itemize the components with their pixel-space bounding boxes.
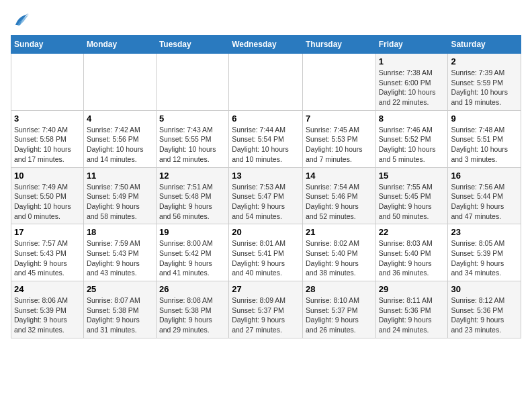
day-info: Sunrise: 7:55 AM Sunset: 5:45 PM Dayligh… <box>379 182 445 222</box>
calendar-cell: 29Sunrise: 8:11 AM Sunset: 5:36 PM Dayli… <box>375 281 448 338</box>
day-number: 22 <box>379 227 445 237</box>
calendar-cell: 28Sunrise: 8:10 AM Sunset: 5:37 PM Dayli… <box>302 281 375 338</box>
day-info: Sunrise: 8:02 AM Sunset: 5:40 PM Dayligh… <box>306 238 373 278</box>
calendar-week-row: 17Sunrise: 7:57 AM Sunset: 5:43 PM Dayli… <box>11 224 521 281</box>
calendar-cell: 10Sunrise: 7:49 AM Sunset: 5:50 PM Dayli… <box>11 167 84 224</box>
calendar-header: SundayMondayTuesdayWednesdayThursdayFrid… <box>11 36 521 54</box>
calendar-cell: 25Sunrise: 8:07 AM Sunset: 5:38 PM Dayli… <box>83 281 156 338</box>
calendar-cell: 7Sunrise: 7:45 AM Sunset: 5:53 PM Daylig… <box>302 110 375 167</box>
day-number: 4 <box>87 113 153 124</box>
calendar-cell: 14Sunrise: 7:54 AM Sunset: 5:46 PM Dayli… <box>302 167 375 224</box>
day-number: 26 <box>159 284 226 294</box>
day-info: Sunrise: 7:49 AM Sunset: 5:50 PM Dayligh… <box>14 182 81 222</box>
day-info: Sunrise: 7:57 AM Sunset: 5:43 PM Dayligh… <box>14 238 81 278</box>
calendar-cell <box>229 54 303 111</box>
day-info: Sunrise: 7:54 AM Sunset: 5:46 PM Dayligh… <box>306 182 373 222</box>
day-info: Sunrise: 8:12 AM Sunset: 5:36 PM Dayligh… <box>451 295 518 335</box>
day-info: Sunrise: 7:38 AM Sunset: 6:00 PM Dayligh… <box>379 68 445 107</box>
day-number: 25 <box>87 284 153 294</box>
day-info: Sunrise: 8:05 AM Sunset: 5:39 PM Dayligh… <box>451 238 518 278</box>
calendar-cell <box>156 54 228 111</box>
calendar-body: 1Sunrise: 7:38 AM Sunset: 6:00 PM Daylig… <box>11 54 521 338</box>
logo <box>11 11 32 30</box>
calendar-cell: 24Sunrise: 8:06 AM Sunset: 5:39 PM Dayli… <box>11 281 84 338</box>
calendar-week-row: 10Sunrise: 7:49 AM Sunset: 5:50 PM Dayli… <box>11 167 521 224</box>
calendar-cell: 30Sunrise: 8:12 AM Sunset: 5:36 PM Dayli… <box>448 281 521 338</box>
day-info: Sunrise: 7:51 AM Sunset: 5:48 PM Dayligh… <box>159 182 226 222</box>
calendar-cell <box>83 54 156 111</box>
day-info: Sunrise: 8:06 AM Sunset: 5:39 PM Dayligh… <box>14 295 81 335</box>
day-info: Sunrise: 7:50 AM Sunset: 5:49 PM Dayligh… <box>87 182 153 222</box>
weekday-header: Saturday <box>448 36 521 54</box>
day-number: 10 <box>14 171 81 181</box>
calendar-cell: 21Sunrise: 8:02 AM Sunset: 5:40 PM Dayli… <box>302 224 375 281</box>
weekday-header: Thursday <box>302 36 375 54</box>
day-info: Sunrise: 7:45 AM Sunset: 5:53 PM Dayligh… <box>306 125 373 165</box>
calendar-cell: 22Sunrise: 8:03 AM Sunset: 5:40 PM Dayli… <box>375 224 448 281</box>
day-number: 8 <box>379 113 445 124</box>
weekday-header: Friday <box>375 36 448 54</box>
day-info: Sunrise: 8:09 AM Sunset: 5:37 PM Dayligh… <box>232 295 300 335</box>
day-number: 5 <box>159 113 226 124</box>
day-info: Sunrise: 8:01 AM Sunset: 5:41 PM Dayligh… <box>232 238 300 278</box>
day-number: 28 <box>306 284 373 294</box>
day-number: 2 <box>451 56 518 66</box>
day-info: Sunrise: 8:08 AM Sunset: 5:38 PM Dayligh… <box>159 295 226 335</box>
day-info: Sunrise: 7:46 AM Sunset: 5:52 PM Dayligh… <box>379 125 445 165</box>
day-info: Sunrise: 8:00 AM Sunset: 5:42 PM Dayligh… <box>159 238 226 278</box>
day-number: 27 <box>232 284 300 294</box>
day-number: 18 <box>87 227 153 237</box>
calendar-cell: 18Sunrise: 7:59 AM Sunset: 5:43 PM Dayli… <box>83 224 156 281</box>
calendar-cell: 26Sunrise: 8:08 AM Sunset: 5:38 PM Dayli… <box>156 281 228 338</box>
day-info: Sunrise: 8:11 AM Sunset: 5:36 PM Dayligh… <box>379 295 445 335</box>
day-info: Sunrise: 7:43 AM Sunset: 5:55 PM Dayligh… <box>159 125 226 165</box>
day-info: Sunrise: 7:56 AM Sunset: 5:44 PM Dayligh… <box>451 182 518 222</box>
calendar-cell: 17Sunrise: 7:57 AM Sunset: 5:43 PM Dayli… <box>11 224 84 281</box>
day-number: 17 <box>14 227 81 237</box>
calendar-cell <box>302 54 375 111</box>
day-number: 13 <box>232 171 300 181</box>
day-number: 11 <box>87 171 153 181</box>
day-number: 29 <box>379 284 445 294</box>
day-number: 20 <box>232 227 300 237</box>
calendar-cell: 3Sunrise: 7:40 AM Sunset: 5:58 PM Daylig… <box>11 110 84 167</box>
day-info: Sunrise: 7:53 AM Sunset: 5:47 PM Dayligh… <box>232 182 300 222</box>
day-info: Sunrise: 7:44 AM Sunset: 5:54 PM Dayligh… <box>232 125 300 165</box>
weekday-header: Wednesday <box>229 36 303 54</box>
calendar-cell: 13Sunrise: 7:53 AM Sunset: 5:47 PM Dayli… <box>229 167 303 224</box>
calendar-cell: 1Sunrise: 7:38 AM Sunset: 6:00 PM Daylig… <box>375 54 448 111</box>
calendar-cell: 8Sunrise: 7:46 AM Sunset: 5:52 PM Daylig… <box>375 110 448 167</box>
day-number: 23 <box>451 227 518 237</box>
day-number: 12 <box>159 171 226 181</box>
day-number: 6 <box>232 113 300 124</box>
page-header <box>11 11 521 30</box>
calendar-cell <box>11 54 84 111</box>
weekday-row: SundayMondayTuesdayWednesdayThursdayFrid… <box>11 36 521 54</box>
weekday-header: Sunday <box>11 36 84 54</box>
day-info: Sunrise: 7:39 AM Sunset: 5:59 PM Dayligh… <box>451 68 518 107</box>
calendar-cell: 2Sunrise: 7:39 AM Sunset: 5:59 PM Daylig… <box>448 54 521 111</box>
day-number: 30 <box>451 284 518 294</box>
weekday-header: Tuesday <box>156 36 228 54</box>
day-number: 14 <box>306 171 373 181</box>
day-number: 19 <box>159 227 226 237</box>
calendar-cell: 5Sunrise: 7:43 AM Sunset: 5:55 PM Daylig… <box>156 110 228 167</box>
day-info: Sunrise: 7:59 AM Sunset: 5:43 PM Dayligh… <box>87 238 153 278</box>
logo-bird-icon <box>11 11 30 30</box>
day-number: 21 <box>306 227 373 237</box>
calendar-table: SundayMondayTuesdayWednesdayThursdayFrid… <box>11 35 521 338</box>
day-number: 1 <box>379 56 445 66</box>
calendar-cell: 27Sunrise: 8:09 AM Sunset: 5:37 PM Dayli… <box>229 281 303 338</box>
calendar-cell: 20Sunrise: 8:01 AM Sunset: 5:41 PM Dayli… <box>229 224 303 281</box>
day-info: Sunrise: 8:10 AM Sunset: 5:37 PM Dayligh… <box>306 295 373 335</box>
calendar-cell: 9Sunrise: 7:48 AM Sunset: 5:51 PM Daylig… <box>448 110 521 167</box>
calendar-cell: 16Sunrise: 7:56 AM Sunset: 5:44 PM Dayli… <box>448 167 521 224</box>
calendar-week-row: 1Sunrise: 7:38 AM Sunset: 6:00 PM Daylig… <box>11 54 521 111</box>
day-number: 15 <box>379 171 445 181</box>
weekday-header: Monday <box>83 36 156 54</box>
day-info: Sunrise: 8:03 AM Sunset: 5:40 PM Dayligh… <box>379 238 445 278</box>
day-number: 7 <box>306 113 373 124</box>
day-info: Sunrise: 7:40 AM Sunset: 5:58 PM Dayligh… <box>14 125 81 165</box>
calendar-cell: 11Sunrise: 7:50 AM Sunset: 5:49 PM Dayli… <box>83 167 156 224</box>
day-info: Sunrise: 7:42 AM Sunset: 5:56 PM Dayligh… <box>87 125 153 165</box>
